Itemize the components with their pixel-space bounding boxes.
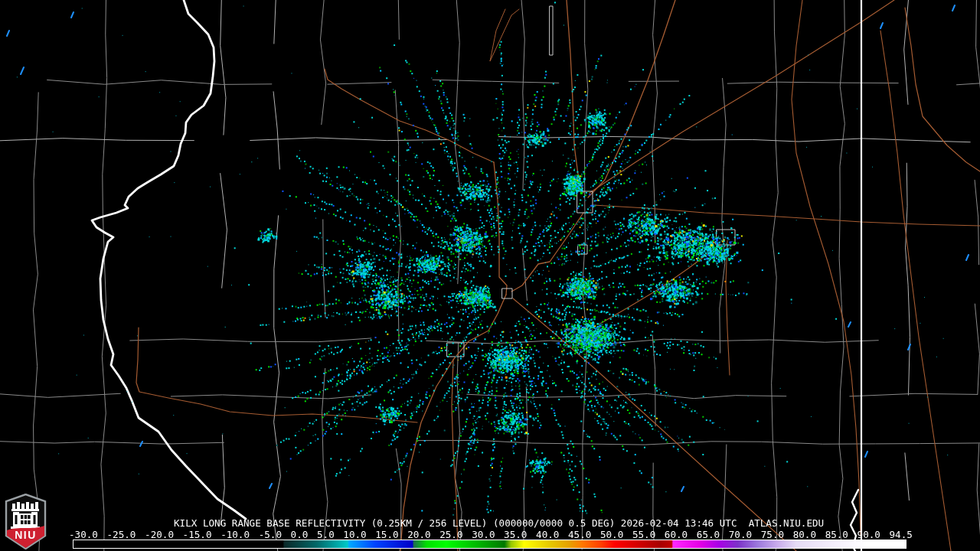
niu-logo: NIU — [5, 494, 47, 549]
colorbar-tick-label: -10.0 — [220, 530, 250, 540]
colorbar-tick-label: 80.0 — [793, 530, 816, 540]
colorbar-tick-label: 0.0 — [291, 530, 309, 540]
colorbar-tick-label: -5.0 — [259, 530, 282, 540]
colorbar-tick-label: 35.0 — [504, 530, 527, 540]
colorbar-scale-labels: -30.0-25.0-20.0-15.0-10.0-5.00.05.010.01… — [69, 530, 913, 540]
colorbar-tick-label: 90.0 — [858, 530, 880, 540]
colorbar-tick-label: 10.0 — [343, 530, 366, 540]
colorbar-tick-label: 65.0 — [697, 530, 720, 540]
product-caption: KILX LONG RANGE BASE REFLECTIVITY (0.25K… — [174, 518, 824, 529]
radar-map-canvas — [0, 0, 980, 551]
colorbar-tick-label: 60.0 — [665, 530, 688, 540]
colorbar-tick-label: 45.0 — [568, 530, 591, 540]
niu-logo-text: NIU — [15, 529, 37, 541]
colorbar-tick-label: -20.0 — [145, 530, 174, 540]
colorbar-tick-label: -25.0 — [107, 530, 136, 540]
colorbar-tick-label: -30.0 — [69, 530, 98, 540]
colorbar-tick-label: 75.0 — [761, 530, 784, 540]
colorbar-tick-label: 55.0 — [632, 530, 655, 540]
colorbar-tick-label: 85.0 — [825, 530, 848, 540]
colorbar-tick-label: 40.0 — [536, 530, 559, 540]
kilx-radar-display: KILX LONG RANGE BASE REFLECTIVITY (0.25K… — [0, 0, 980, 551]
colorbar-tick-label: 70.0 — [729, 530, 752, 540]
colorbar-tick-label: 50.0 — [600, 530, 623, 540]
reflectivity-colorbar — [73, 540, 906, 549]
colorbar-tick-label: 94.5 — [890, 530, 913, 540]
colorbar-tick-label: 20.0 — [407, 530, 430, 540]
colorbar-tick-label: 30.0 — [472, 530, 495, 540]
colorbar-tick-label: 25.0 — [439, 530, 462, 540]
colorbar-tick-label: 15.0 — [375, 530, 398, 540]
colorbar-tick-label: 5.0 — [317, 530, 335, 540]
colorbar-tick-label: -15.0 — [183, 530, 212, 540]
